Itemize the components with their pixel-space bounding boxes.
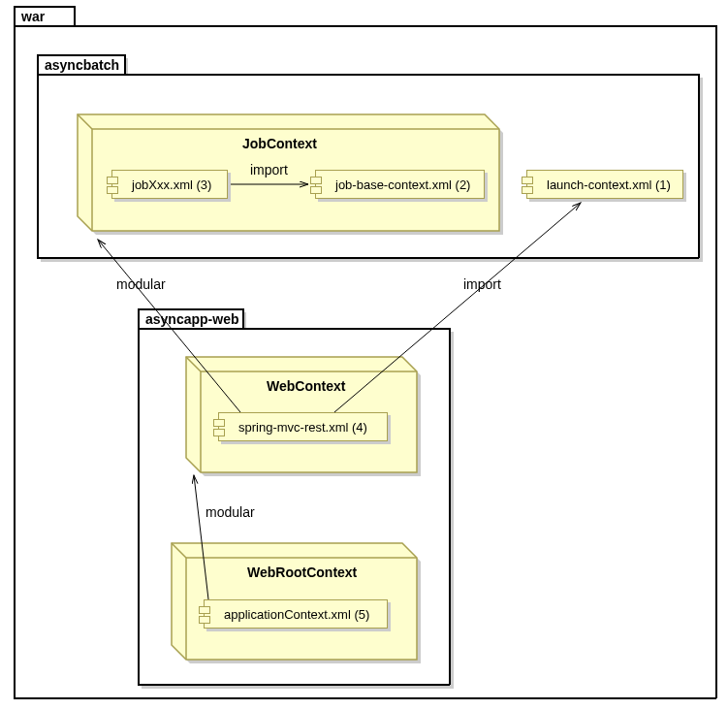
node-job-context-label: JobContext bbox=[242, 136, 317, 151]
edge-modular1-label: modular bbox=[116, 276, 166, 292]
edge-import2-label: import bbox=[463, 276, 501, 292]
node-web-root-context-label: WebRootContext bbox=[247, 565, 357, 580]
component-app-ctx: applicationContext.xml (5) bbox=[204, 599, 388, 629]
component-launch-label: launch-context.xml (1) bbox=[547, 178, 671, 192]
component-spring-mvc: spring-mvc-rest.xml (4) bbox=[218, 412, 388, 441]
component-app-ctx-label: applicationContext.xml (5) bbox=[224, 607, 369, 622]
component-job-base: job-base-context.xml (2) bbox=[315, 170, 485, 199]
component-launch: launch-context.xml (1) bbox=[526, 170, 683, 199]
component-job-xxx: jobXxx.xml (3) bbox=[111, 170, 228, 199]
component-spring-mvc-label: spring-mvc-rest.xml (4) bbox=[238, 420, 367, 435]
package-asyncapp-web-label: asyncapp-web bbox=[145, 311, 238, 327]
component-job-base-label: job-base-context.xml (2) bbox=[335, 178, 470, 192]
package-asyncbatch-label: asyncbatch bbox=[45, 57, 119, 73]
diagram-canvas: war asyncbatch JobContext bbox=[0, 0, 728, 710]
edge-import1-label: import bbox=[250, 162, 288, 178]
package-war-label: war bbox=[21, 9, 45, 24]
node-web-context-label: WebContext bbox=[267, 378, 345, 394]
component-job-xxx-label: jobXxx.xml (3) bbox=[132, 178, 211, 192]
edge-modular2-label: modular bbox=[206, 504, 255, 520]
